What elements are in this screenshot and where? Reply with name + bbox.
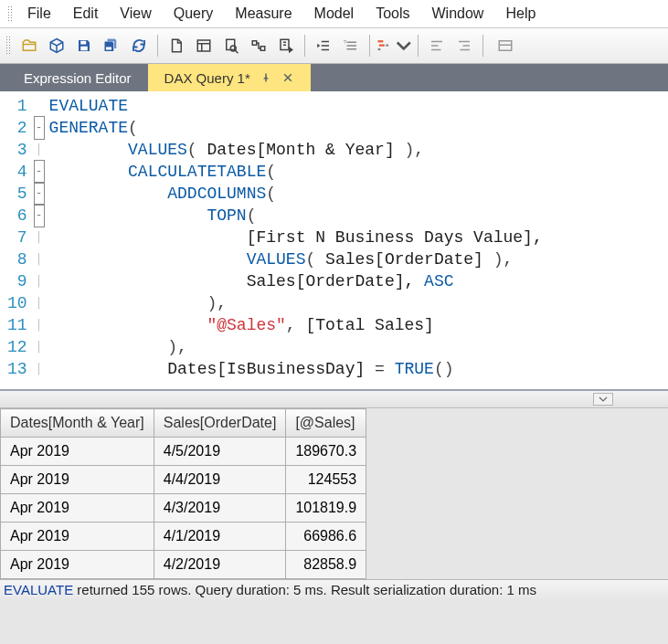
results-grid-toolbar — [0, 391, 668, 408]
fold-toggle[interactable]: - — [34, 204, 45, 227]
cell: Apr 2019 — [1, 494, 154, 523]
svg-rect-20 — [379, 45, 385, 47]
close-icon[interactable] — [281, 71, 294, 84]
cell: Apr 2019 — [1, 438, 154, 466]
save-all-button[interactable] — [99, 33, 124, 58]
svg-rect-2 — [106, 48, 111, 50]
pin-icon[interactable] — [260, 71, 272, 84]
cell: 4/2/2019 — [154, 551, 286, 579]
script-run-button[interactable] — [273, 33, 299, 58]
cell: 4/5/2019 — [154, 438, 286, 466]
dim-layout-1-button[interactable] — [424, 33, 450, 58]
status-text: returned 155 rows. Query duration: 5 ms.… — [73, 582, 536, 597]
save-button[interactable] — [71, 33, 97, 58]
cell: 4/3/2019 — [154, 494, 286, 523]
filters-button[interactable] — [376, 33, 412, 58]
dim-panel-button[interactable] — [489, 33, 522, 58]
find-button[interactable] — [218, 33, 244, 58]
panel-layout-button[interactable] — [191, 33, 217, 58]
cell: Apr 2019 — [1, 551, 154, 579]
table-row[interactable]: Apr 20194/5/2019189670.3 — [1, 438, 366, 466]
format-align-button[interactable] — [246, 33, 271, 58]
menu-edit[interactable]: Edit — [62, 2, 110, 26]
line-number-gutter: 12345678910111213 — [0, 91, 33, 384]
svg-text:?: ? — [344, 39, 347, 45]
new-file-button[interactable] — [164, 33, 189, 58]
svg-rect-19 — [377, 40, 383, 42]
grip-icon — [5, 36, 11, 56]
refresh-button[interactable] — [126, 33, 152, 58]
table-row[interactable]: Apr 20194/1/201966986.6 — [1, 523, 366, 551]
code-editor[interactable]: 12345678910111213 -│---│││││││ EVALUATEG… — [0, 91, 668, 391]
cell: Apr 2019 — [1, 466, 154, 494]
fold-column: -│---│││││││ — [33, 91, 46, 384]
menu-model[interactable]: Model — [303, 2, 366, 26]
cell: 4/1/2019 — [154, 523, 286, 551]
table-row[interactable]: Apr 20194/3/2019101819.9 — [1, 494, 366, 523]
menu-measure[interactable]: Measure — [224, 2, 302, 26]
menu-help[interactable]: Help — [494, 2, 546, 26]
menu-query[interactable]: Query — [163, 2, 225, 26]
cell: 101819.9 — [286, 494, 366, 523]
svg-rect-22 — [377, 48, 380, 50]
results-grid[interactable]: Dates[Month & Year]Sales[OrderDate][@Sal… — [0, 408, 668, 579]
cube-button[interactable] — [44, 33, 69, 58]
comment-button[interactable]: ? — [338, 33, 364, 58]
fold-toggle[interactable]: - — [34, 182, 45, 206]
tab-label: Expression Editor — [24, 70, 132, 86]
svg-rect-1 — [80, 47, 88, 51]
cell: 4/4/2019 — [154, 466, 286, 494]
cell: 66986.6 — [286, 523, 366, 551]
grid-options-dropdown[interactable] — [593, 393, 613, 406]
cell: 124553 — [286, 466, 366, 494]
cell: 189670.3 — [286, 438, 366, 466]
tab-strip: Expression Editor DAX Query 1* — [0, 64, 668, 91]
tab-label: DAX Query 1* — [164, 70, 250, 86]
menu-tools[interactable]: Tools — [365, 2, 420, 26]
column-header[interactable]: Sales[OrderDate] — [154, 409, 286, 438]
tab-expression-editor[interactable]: Expression Editor — [7, 64, 148, 91]
toolbar: ? — [0, 28, 668, 64]
svg-rect-3 — [197, 40, 210, 51]
svg-rect-21 — [386, 45, 388, 47]
menu-bar: FileEditViewQueryMeasureModelToolsWindow… — [0, 0, 668, 28]
status-keyword: EVALUATE — [4, 582, 73, 597]
indent-button[interactable] — [311, 33, 336, 58]
svg-rect-0 — [80, 41, 86, 45]
svg-rect-10 — [260, 47, 265, 51]
fold-toggle[interactable]: - — [34, 116, 45, 140]
menu-view[interactable]: View — [109, 2, 162, 26]
menu-file[interactable]: File — [16, 2, 62, 26]
svg-line-8 — [236, 50, 239, 53]
status-bar: EVALUATE returned 155 rows. Query durati… — [0, 579, 668, 604]
svg-rect-9 — [252, 41, 257, 46]
fold-toggle[interactable]: - — [34, 160, 45, 184]
code-text[interactable]: EVALUATEGENERATE( VALUES( Dates[Month & … — [46, 91, 543, 384]
tab-dax-query[interactable]: DAX Query 1* — [148, 64, 311, 91]
menu-window[interactable]: Window — [421, 2, 495, 26]
column-header[interactable]: [@Sales] — [286, 409, 366, 438]
cell: Apr 2019 — [1, 523, 154, 551]
column-header[interactable]: Dates[Month & Year] — [1, 409, 154, 438]
open-folder-button[interactable] — [16, 33, 42, 58]
dim-layout-2-button[interactable] — [451, 33, 477, 58]
cell: 82858.9 — [286, 551, 366, 579]
table-row[interactable]: Apr 20194/4/2019124553 — [1, 466, 366, 494]
table-row[interactable]: Apr 20194/2/201982858.9 — [1, 551, 366, 579]
grip-icon — [7, 5, 13, 22]
